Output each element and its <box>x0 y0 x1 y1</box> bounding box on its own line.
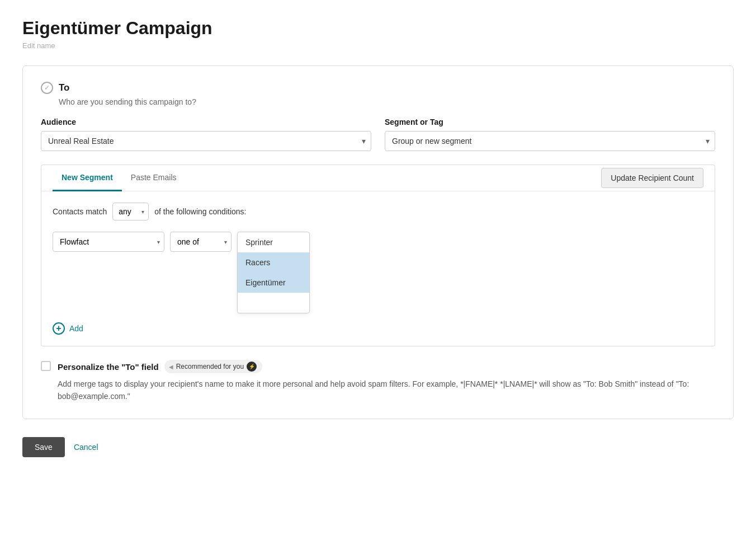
inner-card-body: Contacts match any all ▾ of the followin… <box>41 191 715 346</box>
condition-operator-select[interactable]: one of is contains <box>170 232 231 252</box>
audience-select[interactable]: Unreal Real Estate Other Audience <box>41 131 371 151</box>
section-subtitle: Who are you sending this campaign to? <box>59 97 715 106</box>
segment-tag-field-group: Segment or Tag Group or new segment Exis… <box>385 118 715 151</box>
personalize-title: Personalize the "To" field <box>58 362 159 372</box>
condition-line: Flowfact Email Name ▾ one of is contains <box>53 232 703 313</box>
segment-tag-label: Segment or Tag <box>385 118 715 126</box>
tabs-left: New Segment Paste Emails <box>53 165 186 191</box>
audience-segment-row: Audience Unreal Real Estate Other Audien… <box>41 118 715 151</box>
conditions-suffix: of the following conditions: <box>154 207 246 216</box>
condition-field-select[interactable]: Flowfact Email Name <box>53 232 164 252</box>
add-label: Add <box>69 324 83 333</box>
dropdown-item-empty[interactable] <box>238 293 309 313</box>
condition-dropdown-list: Sprinter Racers Eigentümer <box>237 232 310 313</box>
audience-field-group: Audience Unreal Real Estate Other Audien… <box>41 118 371 151</box>
badge-lightning-icon: ⚡ <box>247 362 257 372</box>
personalize-content: Personalize the "To" field ◀ Recommended… <box>58 360 715 403</box>
badge-chevron-icon: ◀ <box>169 364 173 370</box>
personalize-title-row: Personalize the "To" field ◀ Recommended… <box>58 360 715 373</box>
segment-tag-select[interactable]: Group or new segment Existing Segment <box>385 131 715 151</box>
update-recipient-count-button[interactable]: Update Recipient Count <box>601 168 703 188</box>
recommended-label: Recommended for you <box>176 363 244 370</box>
inner-card: New Segment Paste Emails Update Recipien… <box>41 165 715 346</box>
dropdown-item-sprinter[interactable]: Sprinter <box>238 232 309 252</box>
dropdown-item-eigentuemer[interactable]: Eigentümer <box>238 273 309 293</box>
section-header: ✓ To <box>41 82 715 94</box>
tab-paste-emails[interactable]: Paste Emails <box>122 165 186 191</box>
conditions-row: Contacts match any all ▾ of the followin… <box>53 203 703 220</box>
field-select-wrapper: Flowfact Email Name ▾ <box>53 232 164 252</box>
edit-name-link[interactable]: Edit name <box>22 41 55 50</box>
main-card: ✓ To Who are you sending this campaign t… <box>22 65 734 419</box>
dropdown-item-racers[interactable]: Racers <box>238 252 309 273</box>
match-select-wrapper: any all ▾ <box>112 203 149 220</box>
add-row[interactable]: + Add <box>53 322 703 335</box>
tab-new-segment[interactable]: New Segment <box>53 165 122 191</box>
personalize-row: Personalize the "To" field ◀ Recommended… <box>41 360 715 403</box>
cancel-link[interactable]: Cancel <box>74 443 98 452</box>
check-icon: ✓ <box>41 82 53 94</box>
personalize-description: Add merge tags to display your recipient… <box>58 378 715 403</box>
recommended-badge: ◀ Recommended for you ⚡ <box>164 360 262 373</box>
section-title: To <box>59 82 70 93</box>
audience-select-wrapper: Unreal Real Estate Other Audience ▾ <box>41 131 371 151</box>
contacts-match-label: Contacts match <box>53 207 107 216</box>
segment-tag-select-wrapper: Group or new segment Existing Segment ▾ <box>385 131 715 151</box>
match-select[interactable]: any all <box>112 203 149 220</box>
tabs-bar: New Segment Paste Emails Update Recipien… <box>41 165 715 191</box>
page-title: Eigentümer Campaign <box>22 18 734 39</box>
footer-buttons: Save Cancel <box>22 437 734 457</box>
save-button[interactable]: Save <box>22 437 65 457</box>
audience-label: Audience <box>41 118 371 126</box>
add-icon: + <box>53 322 65 335</box>
personalize-checkbox[interactable] <box>41 361 51 371</box>
operator-select-wrapper: one of is contains ▾ <box>170 232 231 252</box>
